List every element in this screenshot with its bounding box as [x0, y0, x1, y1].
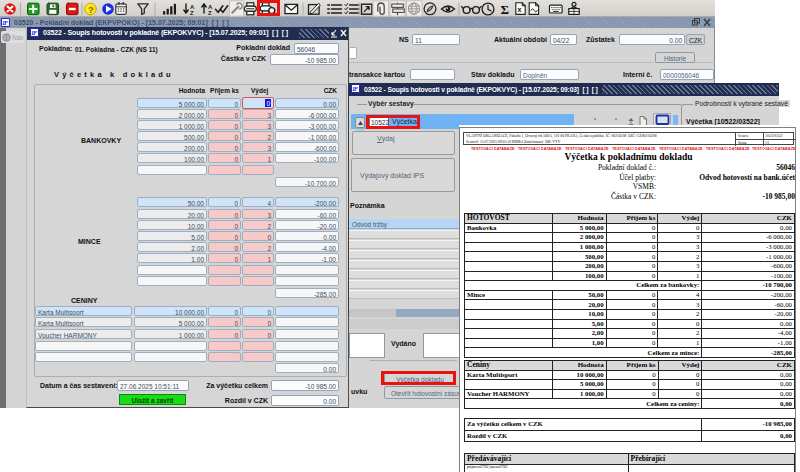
- svg-text:Z: Z: [208, 10, 212, 16]
- svg-text:Z: Z: [190, 10, 194, 16]
- svg-text:x: x: [518, 6, 522, 13]
- svg-text:A: A: [208, 4, 213, 10]
- svg-text:?: ?: [88, 4, 94, 15]
- svg-text:A: A: [190, 4, 195, 10]
- svg-text:Σ: Σ: [501, 2, 510, 17]
